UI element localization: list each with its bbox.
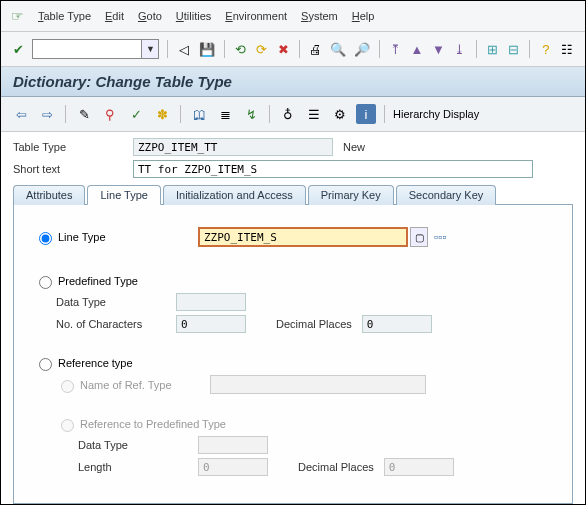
radio-reference-type-label: Reference type	[58, 357, 133, 369]
radio-line-type[interactable]	[39, 232, 52, 245]
append-icon[interactable]: ☰	[304, 104, 324, 124]
ref-predef-label: Reference to Predefined Type	[80, 418, 226, 430]
check-icon[interactable]: ✓	[126, 104, 146, 124]
next-page-icon[interactable]: ▼	[431, 39, 446, 59]
data-type-label: Data Type	[56, 296, 176, 308]
length-label: Length	[78, 461, 198, 473]
hierarchy-icon[interactable]: ♁	[278, 104, 298, 124]
tab-attributes[interactable]: Attributes	[13, 185, 85, 205]
table-type-status: New	[343, 141, 365, 153]
hierarchy-display-button[interactable]: Hierarchy Display	[393, 108, 479, 120]
activate-icon[interactable]: ✽	[152, 104, 172, 124]
menu-help[interactable]: Help	[352, 10, 375, 22]
radio-line-type-label: Line Type	[58, 231, 198, 243]
radio-ref-predef	[61, 419, 74, 432]
radio-predefined-type-label: Predefined Type	[58, 275, 138, 287]
radio-reference-type[interactable]	[39, 358, 52, 371]
command-field[interactable]: ▼	[32, 39, 159, 59]
menu-edit[interactable]: Edit	[105, 10, 124, 22]
nav-back-icon[interactable]: ⇦	[11, 104, 31, 124]
line-type-panel: Line Type ▢ ▫▫▫ Predefined Type Data Typ…	[13, 204, 573, 504]
menu-goto[interactable]: Goto	[138, 10, 162, 22]
first-page-icon[interactable]: ⤒	[388, 39, 403, 59]
exit-icon[interactable]: ⟳	[254, 39, 269, 59]
shortcut-icon[interactable]: ⊟	[506, 39, 521, 59]
print-icon[interactable]: 🖨	[308, 39, 323, 59]
new-session-icon[interactable]: ⊞	[484, 39, 499, 59]
object-info-icon[interactable]: ▫▫▫	[434, 230, 447, 244]
find-icon[interactable]: 🔍	[329, 39, 347, 59]
data-type-field[interactable]	[176, 293, 246, 311]
last-page-icon[interactable]: ⤓	[452, 39, 467, 59]
data-type2-field	[198, 436, 268, 454]
menu-command-icon[interactable]: ☞	[11, 8, 24, 24]
page-title: Dictionary: Change Table Type	[13, 73, 573, 90]
length-field	[198, 458, 268, 476]
tab-init-access[interactable]: Initialization and Access	[163, 185, 306, 205]
graphic-icon[interactable]: ↯	[241, 104, 261, 124]
tab-primary-key[interactable]: Primary Key	[308, 185, 394, 205]
layout-icon[interactable]: ☷	[560, 39, 575, 59]
tech-settings-icon[interactable]: ⚙	[330, 104, 350, 124]
command-input[interactable]	[33, 41, 141, 57]
no-chars-label: No. of Characters	[56, 318, 176, 330]
display-list-icon[interactable]: ≣	[215, 104, 235, 124]
header-form: Table Type New Short text	[1, 132, 585, 178]
f4-help-icon[interactable]: ▢	[410, 227, 428, 247]
other-object-icon[interactable]: ⚲	[100, 104, 120, 124]
line-type-field[interactable]	[198, 227, 408, 247]
dropdown-arrow-icon[interactable]: ▼	[141, 40, 158, 58]
nav-forward-icon[interactable]: ⇨	[37, 104, 57, 124]
radio-name-ref	[61, 380, 74, 393]
dec-places-label: Decimal Places	[276, 318, 352, 330]
standard-toolbar: ✔ ▼ ◁ 💾 ⟲ ⟳ ✖ 🖨 🔍 🔎 ⤒ ▲ ▼ ⤓ ⊞ ⊟ ? ☷	[1, 32, 585, 67]
menu-utilities[interactable]: Utilities	[176, 10, 211, 22]
prev-page-icon[interactable]: ▲	[409, 39, 424, 59]
tab-secondary-key[interactable]: Secondary Key	[396, 185, 497, 205]
disp-change-icon[interactable]: ✎	[74, 104, 94, 124]
table-type-label: Table Type	[13, 141, 133, 153]
radio-predefined-type[interactable]	[39, 276, 52, 289]
dec-places2-field	[384, 458, 454, 476]
app-toolbar: ⇦ ⇨ ✎ ⚲ ✓ ✽ 🕮 ≣ ↯ ♁ ☰ ⚙ i Hierarchy Disp…	[1, 97, 585, 132]
help-icon[interactable]: ?	[538, 39, 553, 59]
name-ref-label: Name of Ref. Type	[80, 379, 210, 391]
menu-bar: ☞ Table Type Edit Goto Utilities Environ…	[1, 1, 585, 32]
table-type-field[interactable]	[133, 138, 333, 156]
short-text-label: Short text	[13, 163, 133, 175]
tabstrip: Attributes Line Type Initialization and …	[13, 185, 573, 205]
no-chars-field[interactable]	[176, 315, 246, 333]
back-button-icon[interactable]: ⟲	[232, 39, 247, 59]
cancel-icon[interactable]: ✖	[275, 39, 290, 59]
menu-table-type[interactable]: Table Type	[38, 10, 91, 22]
menu-system[interactable]: System	[301, 10, 338, 22]
find-next-icon[interactable]: 🔎	[353, 39, 371, 59]
name-ref-field	[210, 375, 426, 394]
dec-places-field[interactable]	[362, 315, 432, 333]
dec-places2-label: Decimal Places	[298, 461, 374, 473]
short-text-field[interactable]	[133, 160, 533, 178]
menu-environment[interactable]: Environment	[225, 10, 287, 22]
where-used-icon[interactable]: 🕮	[189, 104, 209, 124]
info-icon[interactable]: i	[356, 104, 376, 124]
enter-icon[interactable]: ✔	[11, 39, 26, 59]
title-bar: Dictionary: Change Table Type	[1, 67, 585, 97]
save-icon[interactable]: 💾	[198, 39, 216, 59]
tab-line-type[interactable]: Line Type	[87, 185, 161, 205]
data-type2-label: Data Type	[78, 439, 198, 451]
back-icon[interactable]: ◁	[176, 39, 191, 59]
